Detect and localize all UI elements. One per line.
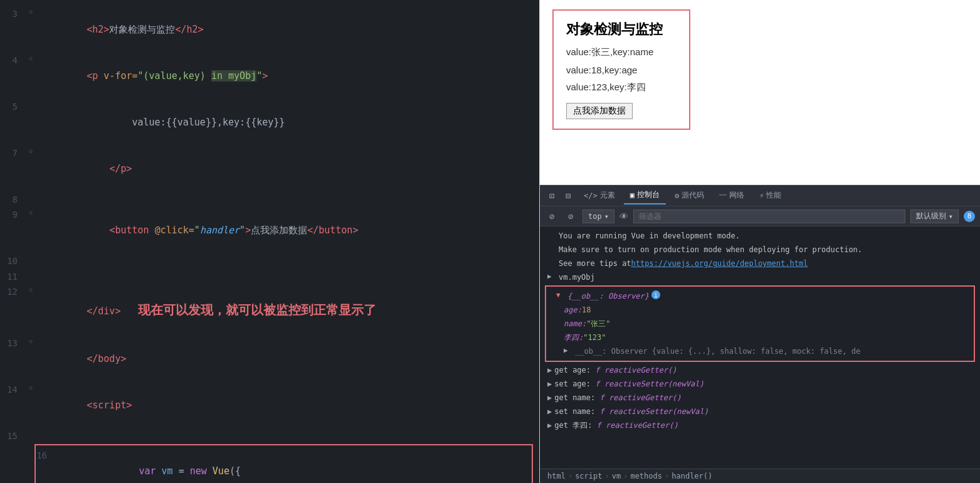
- tab-sources[interactable]: ⚙ 源代码: [668, 187, 710, 204]
- sources-icon: ⚙: [675, 191, 679, 200]
- console-name-item: name: "张三": [546, 317, 974, 331]
- code-line-11: 11: [0, 269, 539, 284]
- console-set-name[interactable]: ▶ set name: f reactiveSetter(newVal): [540, 405, 980, 418]
- level-chevron-icon: ▾: [949, 212, 953, 221]
- console-get-lisi[interactable]: ▶ get 李四: f reactiveGetter(): [540, 418, 980, 432]
- console-age-item: age: 18: [546, 303, 974, 317]
- devtools-icon-1[interactable]: ⊡: [545, 189, 559, 203]
- console-observer-header[interactable]: ▼ {__ob__: Observer} i: [546, 289, 974, 303]
- network-icon: 〰: [719, 191, 727, 200]
- info-icon: i: [651, 290, 660, 299]
- tab-network[interactable]: 〰 网络: [713, 187, 751, 204]
- code-line-16: 16 var vm = new Vue({: [36, 448, 532, 483]
- console-get-name[interactable]: ▶ get name: f reactiveGetter(): [540, 391, 980, 405]
- top-dropdown[interactable]: top ▾: [582, 210, 614, 223]
- browser-title: 对象检测与监控: [566, 20, 677, 39]
- console-vmmyobj[interactable]: ▶ vm.myObj: [540, 270, 980, 284]
- chevron-down-icon: ▾: [604, 212, 609, 221]
- block-icon[interactable]: ⊘: [564, 210, 577, 223]
- console-lisi-item: 李四: "123": [546, 331, 974, 344]
- level-dropdown[interactable]: 默认级别 ▾: [910, 210, 959, 223]
- code-line-13: 13 ◇ </body>: [0, 336, 539, 382]
- code-editor: 3 ◇ <h2>对象检测与监控</h2> 4 ◇ <p v-for="(valu…: [0, 0, 539, 483]
- browser-item-1: value:18,key:age: [566, 65, 677, 75]
- tab-performance[interactable]: ⚡ 性能: [753, 187, 788, 204]
- eye-icon[interactable]: 👁: [619, 211, 628, 221]
- browser-item-0: value:张三,key:name: [566, 46, 677, 58]
- browser-view: 对象检测与监控 value:张三,key:name value:18,key:a…: [540, 0, 980, 185]
- breadcrumb-methods[interactable]: methods: [630, 472, 662, 480]
- console-vue-line-3: See more tips at https://vuejs.org/guide…: [540, 257, 980, 270]
- browser-item-2: value:123,key:李四: [566, 82, 677, 93]
- console-ob-item[interactable]: ▶ __ob__: Observer {value: {...}, shallo…: [546, 344, 974, 358]
- breadcrumb-script[interactable]: script: [575, 472, 602, 480]
- console-vue-line-1: You are running Vue in development mode.: [540, 229, 980, 243]
- code-line-3: 3 ◇ <h2>对象检测与监控</h2>: [0, 6, 539, 53]
- vue-docs-link[interactable]: https://vuejs.org/guide/deployment.html: [631, 258, 808, 269]
- devtools-panel: ⊡ ⊟ </> 元素 ▣ 控制台 ⚙ 源代码 〰 网络 ⚡ 性能: [540, 185, 980, 483]
- console-get-age[interactable]: ▶ get age: f reactiveGetter(): [540, 363, 980, 377]
- devtools-tabs: ⊡ ⊟ </> 元素 ▣ 控制台 ⚙ 源代码 〰 网络 ⚡ 性能: [540, 185, 980, 206]
- code-line-14: 14 ◇ <script>: [0, 382, 539, 428]
- console-output: You are running Vue in development mode.…: [540, 226, 980, 469]
- tab-console[interactable]: ▣ 控制台: [624, 186, 666, 204]
- code-line-10: 10: [0, 253, 539, 268]
- devtools-breadcrumb: html › script › vm › methods › handler(): [540, 469, 980, 483]
- tab-elements[interactable]: </> 元素: [577, 187, 621, 204]
- breadcrumb-vm[interactable]: vm: [612, 472, 621, 480]
- console-set-age[interactable]: ▶ set age: f reactiveSetter(newVal): [540, 377, 980, 391]
- console-vue-line-2: Make sure to turn on production mode whe…: [540, 243, 980, 257]
- add-data-button[interactable]: 点我添加数据: [566, 103, 633, 119]
- code-line-15: 15: [0, 428, 539, 443]
- code-line-12: 12 ◇ </div> 现在可以发现，就可以被监控到正常显示了: [0, 284, 539, 336]
- breadcrumb-html[interactable]: html: [547, 472, 566, 480]
- code-lines: 3 ◇ <h2>对象检测与监控</h2> 4 ◇ <p v-for="(valu…: [0, 0, 539, 483]
- elements-icon: </>: [584, 191, 598, 200]
- browser-content-box: 对象检测与监控 value:张三,key:name value:18,key:a…: [552, 9, 690, 130]
- performance-icon: ⚡: [759, 191, 764, 200]
- code-line-9: 9 ◇ <button @click="handler">点我添加数据</but…: [0, 207, 539, 253]
- devtools-icon-2[interactable]: ⊟: [561, 189, 575, 203]
- error-badge: 8: [964, 211, 975, 222]
- console-observer-box: ▼ {__ob__: Observer} i age: 18 name: "张三…: [545, 285, 975, 362]
- code-line-5: 5 value:{{value}},key:{{key}}: [0, 99, 539, 146]
- breadcrumb-handler[interactable]: handler(): [672, 472, 712, 480]
- code-line-4: 4 ◇ <p v-for="(value,key) in myObj">: [0, 53, 539, 99]
- filter-input[interactable]: [633, 210, 905, 223]
- code-line-8: 8: [0, 192, 539, 207]
- clear-console-icon[interactable]: ⊘: [545, 210, 559, 223]
- code-line-7: 7 ◇ </p>: [0, 146, 539, 192]
- right-panel: 对象检测与监控 value:张三,key:name value:18,key:a…: [539, 0, 980, 483]
- annotation-text: 现在可以发现，就可以被监控到正常显示了: [138, 303, 376, 317]
- console-icon: ▣: [630, 191, 635, 199]
- console-toolbar: ⊘ ⊘ top ▾ 👁 默认级别 ▾ 8: [540, 206, 980, 226]
